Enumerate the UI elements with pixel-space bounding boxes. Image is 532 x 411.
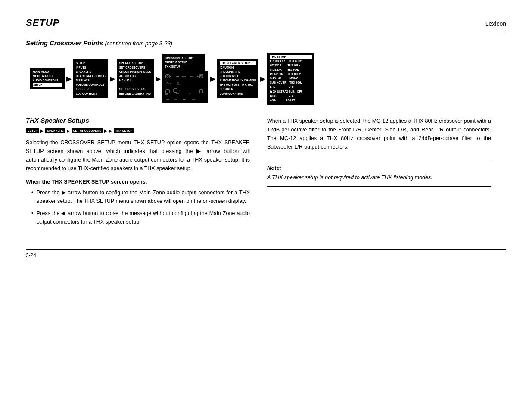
note-title: Note: bbox=[267, 165, 491, 171]
screen-crossover-setup-wrap: CROSSOVER SETUP CUSTOM SETUP THX SETUP R… bbox=[162, 54, 208, 103]
breadcrumb-arrow-3: ▶ bbox=[104, 128, 108, 133]
svg-text:L: L bbox=[179, 90, 180, 92]
arrow-icon-4: ▶ bbox=[210, 75, 215, 83]
svg-rect-12 bbox=[166, 90, 169, 93]
breadcrumb-arrow-2: ▶ bbox=[67, 128, 70, 133]
svg-text:C: C bbox=[170, 82, 171, 84]
screen-thx-speaker-setup: THX SPEAKER SETUP !CAUTION! PRESSING THE… bbox=[217, 59, 259, 98]
note-box: Note: A THX speaker setup is not require… bbox=[267, 160, 491, 187]
screen-speaker-setup: SPEAKER SETUP SET CROSSOVERS CHECK MICRO… bbox=[117, 59, 154, 98]
breadcrumb-set-crossovers: SET CROSSOVERS bbox=[72, 128, 103, 133]
screen-main-menu: MAIN MENU MODE ADJUST AUDIO CONTROLS SET… bbox=[30, 68, 65, 89]
arrow-icon-1: ▶ bbox=[66, 75, 72, 83]
page-number: 3-24 bbox=[26, 252, 36, 258]
main-content: THX Speaker Setups SETUP ▶ SPEAKERS ▶ SE… bbox=[26, 117, 506, 232]
note-text: A THX speaker setup is not required to a… bbox=[267, 173, 491, 182]
svg-text:42Hz: 42Hz bbox=[166, 99, 169, 100]
page-header: SETUP Lexicon bbox=[26, 17, 506, 31]
screen-thx-setup: THX SETUP FRONT L/R THX 80Hz CENTER THX … bbox=[267, 53, 314, 105]
svg-text:R: R bbox=[170, 75, 171, 78]
section-subtitle: (continued from page 3-23) bbox=[105, 40, 172, 47]
bullet-list: Press the ▶ arrow button to configure th… bbox=[32, 188, 250, 226]
svg-text:42Hz: 42Hz bbox=[174, 99, 178, 100]
svg-point-9 bbox=[167, 82, 168, 84]
thx-section-title: THX Speaker Setups bbox=[26, 117, 250, 124]
crossover-diagram: R 80Hz 60Hz 80Hz RL C SUB 80Hz L RL bbox=[162, 71, 208, 103]
right-column: When a THX speaker setup is selected, th… bbox=[267, 117, 491, 232]
brand-name: Lexicon bbox=[485, 20, 506, 27]
svg-text:80Hz: 80Hz bbox=[176, 76, 179, 78]
section-heading: Setting Crossover Points (continued from… bbox=[26, 39, 506, 47]
breadcrumb-nav: SETUP ▶ SPEAKERS ▶ SET CROSSOVERS ▶ ▶ TH… bbox=[26, 128, 250, 133]
left-column: THX Speaker Setups SETUP ▶ SPEAKERS ▶ SE… bbox=[26, 117, 250, 232]
breadcrumb-speakers: SPEAKERS bbox=[45, 128, 65, 133]
screens-diagram-row: MAIN MENU MODE ADJUST AUDIO CONTROLS SET… bbox=[30, 53, 506, 105]
section-title: Setting Crossover Points (continued from… bbox=[26, 39, 172, 47]
svg-text:60Hz: 60Hz bbox=[183, 99, 187, 100]
svg-text:80Hz: 80Hz bbox=[192, 99, 195, 100]
breadcrumb-setup: SETUP bbox=[26, 128, 39, 133]
svg-point-7 bbox=[200, 75, 202, 77]
bullet-item-2: Press the ◀ arrow button to close the me… bbox=[32, 209, 250, 226]
breadcrumb-arrow-4: ▶ bbox=[109, 128, 112, 133]
svg-marker-11 bbox=[178, 82, 180, 85]
svg-text:RL: RL bbox=[197, 75, 200, 78]
when-heading: When the THX SPEAKER SETUP screen opens: bbox=[26, 179, 250, 185]
arrow-icon-2: ▶ bbox=[110, 75, 115, 83]
page-footer: 3-24 bbox=[26, 249, 506, 258]
svg-rect-18 bbox=[199, 90, 203, 93]
arrow-icon-5: ▶ bbox=[260, 75, 265, 83]
right-body-text: When a THX speaker setup is selected, th… bbox=[267, 117, 491, 151]
svg-text:80Hz: 80Hz bbox=[190, 76, 193, 78]
svg-text:SUB: SUB bbox=[165, 93, 168, 95]
breadcrumb-thx-setup: THX SETUP bbox=[114, 128, 134, 133]
svg-text:60Hz: 60Hz bbox=[182, 76, 186, 78]
svg-rect-6 bbox=[199, 75, 203, 78]
svg-rect-0 bbox=[166, 75, 169, 78]
svg-point-1 bbox=[167, 75, 168, 77]
svg-text:80Hz: 80Hz bbox=[176, 93, 179, 94]
bullet-item-1: Press the ▶ arrow button to configure th… bbox=[32, 188, 250, 206]
svg-rect-15 bbox=[174, 89, 177, 92]
svg-text:RL: RL bbox=[189, 93, 191, 94]
thx-body-text-1: Selecting the CROSSOVER SETUP menu THX S… bbox=[26, 138, 250, 173]
crossover-diagram-svg: R 80Hz 60Hz 80Hz RL C SUB 80Hz L RL bbox=[165, 73, 206, 101]
screen-crossover-setup: CROSSOVER SETUP CUSTOM SETUP THX SETUP bbox=[162, 54, 205, 71]
screen-setup: SETUP INPUTS SPEAKERS REAR PANEL CONFIG … bbox=[73, 59, 108, 98]
arrow-icon-3: ▶ bbox=[156, 75, 161, 83]
breadcrumb-arrow-1: ▶ bbox=[40, 128, 44, 133]
page-title: SETUP bbox=[26, 17, 59, 28]
